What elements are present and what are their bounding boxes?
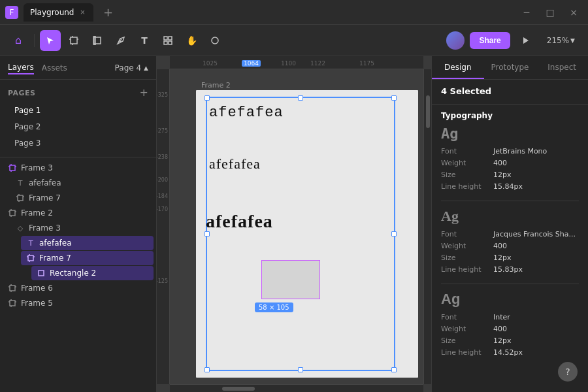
tab-design[interactable]: Design — [432, 56, 484, 79]
frame-background: afefafea afefafea afefafea 58 × 105 — [196, 90, 418, 378]
right-panel: Design Prototype Inspect 4 Selected Typo… — [431, 56, 588, 392]
play-button[interactable] — [515, 30, 536, 51]
ruler-label-1175: 1175 — [359, 60, 374, 67]
ruler-v-170: -170 — [157, 206, 168, 212]
scrollbar-vertical[interactable] — [423, 69, 431, 384]
svg-rect-34 — [10, 286, 15, 291]
text-icon: T — [26, 238, 35, 248]
pen-icon — [116, 36, 125, 45]
layer-frame7-top[interactable]: Frame 7 — [10, 191, 154, 205]
ruler-v-325: -325 — [157, 92, 168, 98]
layer-frame3-top[interactable]: Frame 3 — [3, 161, 154, 175]
lineheight-row-1: Line height 15.84px — [441, 182, 579, 191]
tab-prototype[interactable]: Prototype — [484, 56, 536, 79]
svg-point-11 — [212, 37, 218, 44]
layer-frame7-selected[interactable]: Frame 7 — [21, 251, 154, 265]
home-tool-button[interactable]: ⌂ — [8, 30, 29, 51]
weight-row-3: Weight 400 — [441, 325, 579, 333]
layer-name: Rectangle 2 — [50, 269, 96, 278]
size-row-1: Size 12px — [441, 171, 579, 179]
typography-header: Typography — [441, 108, 579, 120]
weight-label-3: Weight — [441, 325, 493, 333]
font-value-1: JetBrains Mono — [493, 147, 547, 155]
lineheight-value-2: 15.83px — [493, 265, 523, 274]
tab-close-button[interactable]: × — [78, 8, 87, 17]
maximize-button[interactable]: □ — [541, 3, 559, 22]
scrollbar-thumb-h[interactable] — [222, 387, 255, 391]
tab-assets[interactable]: Assets — [42, 62, 67, 74]
handle-bl — [204, 367, 210, 372]
weight-label-1: Weight — [441, 159, 493, 167]
svg-point-6 — [120, 41, 121, 42]
layer-text-afefafea-1[interactable]: T afefafea — [10, 176, 154, 190]
hand-tool-button[interactable]: ✋ — [181, 30, 202, 51]
help-button[interactable]: ? — [558, 362, 578, 382]
window-controls: ─ □ × — [517, 3, 583, 22]
font-value-3: Inter — [493, 313, 510, 321]
scrollbar-thumb-v[interactable] — [426, 95, 430, 128]
move-tool-button[interactable] — [40, 30, 61, 51]
page-item-3[interactable]: Page 3 — [4, 135, 152, 151]
comment-tool-button[interactable] — [204, 30, 225, 51]
comment-icon — [210, 36, 220, 45]
pen-tool-button[interactable] — [110, 30, 131, 51]
page-selector[interactable]: Page 4 ▲ — [115, 63, 148, 73]
svg-rect-23 — [10, 210, 15, 216]
svg-rect-7 — [164, 37, 167, 40]
tab-layers[interactable]: Layers — [8, 61, 34, 74]
frame-icon — [8, 163, 17, 172]
canvas-content[interactable]: Frame 2 afefafea afefafea — [170, 69, 423, 384]
add-page-button[interactable]: + — [140, 88, 148, 98]
page-item-1[interactable]: Page 1 — [4, 103, 152, 118]
frame-label: Frame 2 — [201, 81, 231, 90]
shape-tool-button[interactable] — [87, 30, 108, 51]
component-icon — [163, 36, 172, 45]
layer-frame6[interactable]: Frame 6 — [3, 281, 154, 295]
weight-value-2: 400 — [493, 242, 507, 250]
layers-section: Frame 3 T afefafea Frame 7 Frame 2 — [0, 157, 156, 392]
layer-frame2[interactable]: Frame 2 — [3, 206, 154, 220]
minimize-button[interactable]: ─ — [517, 3, 536, 22]
right-panel-tabs: Design Prototype Inspect — [432, 56, 588, 80]
layer-rectangle2-selected[interactable]: Rectangle 2 — [31, 266, 154, 280]
handle-rm — [391, 231, 397, 237]
component-tool-button[interactable] — [157, 30, 178, 51]
dimension-label: 58 × 105 — [255, 302, 293, 312]
size-label-3: Size — [441, 336, 493, 345]
tab-title: Playground — [30, 8, 74, 17]
tab-inspect[interactable]: Inspect — [536, 56, 588, 79]
app-icon: F — [5, 6, 18, 19]
share-button[interactable]: Share — [470, 32, 510, 49]
frame-icon — [8, 208, 17, 218]
page-item-2[interactable]: Page 2 — [4, 119, 152, 135]
frame-tool-button[interactable] — [63, 30, 84, 51]
canvas-area[interactable]: 1025 1064 1100 1122 1175 -325 -275 -238 … — [157, 56, 431, 392]
layer-text-afefafea-selected[interactable]: T afefafea — [21, 236, 154, 250]
scrollbar-horizontal[interactable] — [170, 384, 423, 392]
layer-frame5[interactable]: Frame 5 — [3, 296, 154, 310]
lineheight-label-3: Line height — [441, 348, 493, 357]
lineheight-value-3: 14.52px — [493, 348, 523, 357]
zoom-selector[interactable]: 215% ▼ — [542, 33, 580, 48]
ruler-v-200: -200 — [157, 177, 168, 183]
text-tool-button[interactable]: T — [134, 30, 155, 51]
cursor-icon — [46, 36, 55, 45]
divider — [432, 104, 588, 105]
font-preview-3: Ag — [441, 291, 579, 308]
svg-rect-39 — [10, 301, 15, 306]
svg-rect-8 — [169, 37, 172, 40]
lineheight-row-2: Line height 15.83px — [441, 265, 579, 274]
typography-section: Typography Ag Font JetBrains Mono Weight… — [432, 108, 588, 373]
layer-name: Frame 3 — [21, 163, 53, 172]
layer-frame3-child[interactable]: ◇ Frame 3 — [10, 221, 154, 235]
toolbar-right: Share 215% ▼ — [446, 30, 580, 51]
close-button[interactable]: × — [564, 3, 583, 22]
rect-icon — [37, 269, 46, 278]
add-tab-button[interactable]: + — [99, 3, 117, 22]
layer-name: afefafea — [39, 238, 72, 248]
active-tab[interactable]: Playground × — [24, 3, 93, 22]
panel-tabs: Layers Assets Page 4 ▲ — [0, 56, 156, 80]
left-panel: Layers Assets Page 4 ▲ Pages + Page 1 Pa… — [0, 56, 157, 392]
svg-rect-33 — [39, 270, 44, 276]
frame-icon — [69, 36, 78, 45]
